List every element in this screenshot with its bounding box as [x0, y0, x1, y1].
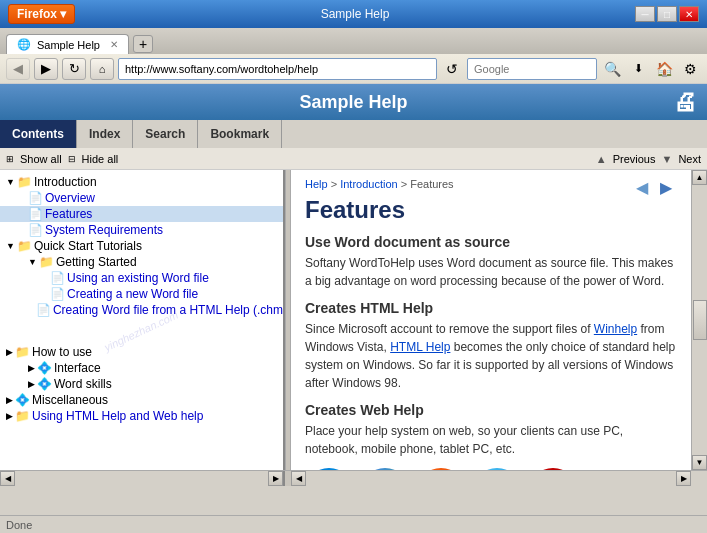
section-heading-3: Creates Web Help: [305, 402, 677, 418]
expand-icon: ▼: [6, 241, 15, 251]
next-arrow[interactable]: ▶: [655, 178, 677, 196]
status-text: Done: [6, 519, 32, 531]
help-tabs: Contents Index Search Bookmark: [0, 120, 707, 148]
folder-icon: 📁: [15, 345, 30, 359]
scroll-right-button-right[interactable]: ▶: [676, 471, 691, 486]
html-help-link[interactable]: HTML Help: [390, 340, 450, 354]
back-button[interactable]: ◀: [6, 58, 30, 80]
safari-icon: 🧭: [473, 468, 521, 470]
expand-icon: ▶: [6, 411, 13, 421]
search-input[interactable]: [467, 58, 597, 80]
printer-icon[interactable]: 🖨: [673, 88, 697, 116]
tree-item-system-req[interactable]: 📄 System Requirements: [0, 222, 283, 238]
tree-item-interface[interactable]: ▶ 💠 Interface: [0, 360, 283, 376]
tree-item-label: Creating a new Word file: [67, 287, 198, 301]
refresh-icon[interactable]: ↺: [441, 58, 463, 80]
tab-close-icon[interactable]: ✕: [110, 39, 118, 50]
help-toolbar: Sample Help 🖨: [0, 84, 707, 120]
doc-icon: 📄: [28, 191, 43, 205]
page-title: Features: [305, 196, 677, 224]
expand-icon: ▼: [28, 257, 37, 267]
new-tab-button[interactable]: +: [133, 35, 153, 53]
folder-icon: 📁: [39, 255, 54, 269]
nav-arrows: ◀ ▶: [631, 178, 677, 196]
browser-icons: 🌐 🔵 🦊 🧭 ⭕: [305, 468, 677, 470]
window-title: Sample Help: [75, 7, 635, 21]
address-bar[interactable]: [118, 58, 437, 80]
left-h-scroll: ◀ ▶: [0, 471, 285, 486]
home-button[interactable]: ⌂: [90, 58, 114, 80]
tree-item-label: Introduction: [34, 175, 97, 189]
show-all-button[interactable]: Show all: [20, 153, 62, 165]
ie-icon: 🌐: [305, 468, 353, 470]
breadcrumb-help[interactable]: Help: [305, 178, 328, 190]
scroll-down-button[interactable]: ▼: [692, 455, 707, 470]
tree-item-miscellaneous[interactable]: ▶ 💠 Miscellaneous: [0, 392, 283, 408]
tree-item-word-skills[interactable]: ▶ 💠 Word skills: [0, 376, 283, 392]
firefox-dropdown-icon: ▾: [60, 7, 66, 21]
settings-icon[interactable]: ⚙: [679, 58, 701, 80]
section-text-1: Softany WordToHelp uses Word document as…: [305, 254, 677, 290]
browser-tab[interactable]: 🌐 Sample Help ✕: [6, 34, 129, 54]
tab-bar: 🌐 Sample Help ✕ +: [0, 28, 707, 54]
home-nav-icon[interactable]: 🏠: [653, 58, 675, 80]
breadcrumb-introduction[interactable]: Introduction: [340, 178, 397, 190]
tree-item-using-existing[interactable]: 📄 Using an existing Word file: [0, 270, 283, 286]
main-area: ▼ 📁 Introduction 📄 Overview 📄 Features 📄…: [0, 170, 707, 470]
breadcrumb: Help > Introduction > Features ◀ ▶: [305, 178, 677, 190]
reload-button[interactable]: ↻: [62, 58, 86, 80]
tree-item-label: Using an existing Word file: [67, 271, 209, 285]
folder-icon: 💠: [37, 377, 52, 391]
prev-arrow[interactable]: ◀: [631, 178, 653, 196]
folder-icon: 📁: [17, 239, 32, 253]
winhelp-link[interactable]: Winhelp: [594, 322, 637, 336]
scroll-left-button-right[interactable]: ◀: [291, 471, 306, 486]
next-button[interactable]: Next: [678, 153, 701, 165]
minimize-button[interactable]: ─: [635, 6, 655, 22]
forward-button[interactable]: ▶: [34, 58, 58, 80]
prev-icon: ▲: [596, 153, 607, 165]
tab-contents[interactable]: Contents: [0, 120, 77, 148]
scroll-up-button[interactable]: ▲: [692, 170, 707, 185]
doc-icon-selected: 📄: [28, 207, 43, 221]
restore-button[interactable]: □: [657, 6, 677, 22]
firefox-icon: 🦊: [417, 468, 465, 470]
breadcrumb-sep2: >: [401, 178, 410, 190]
tree-item-creating-new[interactable]: 📄 Creating a new Word file: [0, 286, 283, 302]
tab-search[interactable]: Search: [133, 120, 198, 148]
tree-item-quick-start[interactable]: ▼ 📁 Quick Start Tutorials: [0, 238, 283, 254]
tab-icon: 🌐: [17, 38, 31, 51]
download-icon[interactable]: ⬇: [627, 58, 649, 80]
nav-toolbar: ⊞ Show all ⊟ Hide all ▲ Previous ▼ Next: [0, 148, 707, 170]
tree-item-creating-chm[interactable]: 📄 Creating Word file from a HTML Help (.…: [0, 302, 283, 318]
tree-item-overview[interactable]: 📄 Overview: [0, 190, 283, 206]
title-bar: Firefox ▾ Sample Help ─ □ ✕: [0, 0, 707, 28]
tab-index[interactable]: Index: [77, 120, 133, 148]
scroll-right-button-left[interactable]: ▶: [268, 471, 283, 486]
previous-button[interactable]: Previous: [613, 153, 656, 165]
folder-icon: 💠: [15, 393, 30, 407]
tree-item-how-to-use[interactable]: ▶ 📁 How to use: [0, 344, 283, 360]
tab-bookmark[interactable]: Bookmark: [198, 120, 282, 148]
tree-item-features[interactable]: 📄 Features: [0, 206, 283, 222]
hide-all-button[interactable]: Hide all: [82, 153, 119, 165]
tree-item-getting-started[interactable]: ▼ 📁 Getting Started: [0, 254, 283, 270]
close-button[interactable]: ✕: [679, 6, 699, 22]
scroll-left-button-left[interactable]: ◀: [0, 471, 15, 486]
tree-item-label: System Requirements: [45, 223, 163, 237]
show-all-icon: ⊞: [6, 154, 14, 164]
tree-item-introduction[interactable]: ▼ 📁 Introduction: [0, 174, 283, 190]
tree-item-label: Miscellaneous: [32, 393, 108, 407]
search-icon[interactable]: 🔍: [601, 58, 623, 80]
breadcrumb-nav: Help > Introduction > Features: [305, 178, 454, 190]
tree-item-html-help[interactable]: ▶ 📁 Using HTML Help and Web help: [0, 408, 283, 424]
firefox-label: Firefox: [17, 7, 57, 21]
tree-item-label: Using HTML Help and Web help: [32, 409, 203, 423]
tree-item-label: Getting Started: [56, 255, 137, 269]
doc-icon: 📄: [50, 271, 65, 285]
firefox-button[interactable]: Firefox ▾: [8, 4, 75, 24]
opera-icon: ⭕: [529, 468, 577, 470]
hide-all-icon: ⊟: [68, 154, 76, 164]
expand-icon: ▶: [6, 395, 13, 405]
tree-item-label: Quick Start Tutorials: [34, 239, 142, 253]
